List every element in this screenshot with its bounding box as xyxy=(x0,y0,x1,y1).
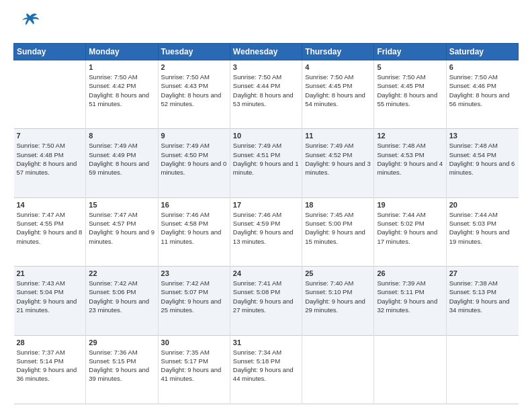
daylight: Daylight: 8 hours and 57 minutes. xyxy=(17,160,77,176)
day-info: Sunrise: 7:49 AM Sunset: 4:49 PM Dayligh… xyxy=(89,141,154,177)
daylight: Daylight: 9 hours and 13 minutes. xyxy=(233,228,294,244)
day-number: 6 xyxy=(449,63,516,71)
day-info: Sunrise: 7:42 AM Sunset: 5:06 PM Dayligh… xyxy=(89,279,154,314)
calendar-cell: 16 Sunrise: 7:46 AM Sunset: 4:58 PM Dayl… xyxy=(158,197,230,266)
day-info: Sunrise: 7:39 AM Sunset: 5:11 PM Dayligh… xyxy=(377,279,443,314)
sunset: Sunset: 5:07 PM xyxy=(161,288,208,295)
sunrise: Sunrise: 7:39 AM xyxy=(377,279,425,287)
day-number: 20 xyxy=(449,201,516,209)
sunset: Sunset: 5:08 PM xyxy=(233,288,280,295)
calendar-weekday-saturday: Saturday xyxy=(446,44,518,60)
sunset: Sunset: 4:58 PM xyxy=(161,220,208,227)
calendar-cell: 19 Sunrise: 7:44 AM Sunset: 5:02 PM Dayl… xyxy=(374,197,446,266)
day-number: 7 xyxy=(17,132,83,140)
sunset: Sunset: 4:50 PM xyxy=(161,151,208,158)
calendar-cell xyxy=(374,335,446,404)
calendar-weekday-sunday: Sunday xyxy=(14,44,86,60)
calendar-cell: 24 Sunrise: 7:41 AM Sunset: 5:08 PM Dayl… xyxy=(230,267,302,335)
day-number: 1 xyxy=(89,63,154,71)
day-info: Sunrise: 7:50 AM Sunset: 4:45 PM Dayligh… xyxy=(377,73,443,108)
sunrise: Sunrise: 7:35 AM xyxy=(161,349,210,356)
sunrise: Sunrise: 7:48 AM xyxy=(449,142,498,149)
sunrise: Sunrise: 7:47 AM xyxy=(17,211,65,218)
sunrise: Sunrise: 7:50 AM xyxy=(17,142,65,149)
day-info: Sunrise: 7:49 AM Sunset: 4:50 PM Dayligh… xyxy=(161,141,227,177)
day-number: 13 xyxy=(449,132,516,140)
sunset: Sunset: 5:13 PM xyxy=(449,288,496,295)
day-number: 3 xyxy=(233,63,299,71)
daylight: Daylight: 8 hours and 59 minutes. xyxy=(89,160,149,176)
calendar-cell: 21 Sunrise: 7:43 AM Sunset: 5:04 PM Dayl… xyxy=(14,267,86,335)
daylight: Daylight: 9 hours and 27 minutes. xyxy=(233,298,294,314)
sunset: Sunset: 4:52 PM xyxy=(305,151,352,158)
header xyxy=(13,11,519,38)
calendar-weekday-thursday: Thursday xyxy=(302,44,374,60)
day-info: Sunrise: 7:46 AM Sunset: 4:59 PM Dayligh… xyxy=(233,210,299,246)
sunset: Sunset: 5:11 PM xyxy=(377,288,424,295)
daylight: Daylight: 9 hours and 36 minutes. xyxy=(17,366,77,382)
calendar-cell: 28 Sunrise: 7:37 AM Sunset: 5:14 PM Dayl… xyxy=(14,335,86,404)
daylight: Daylight: 9 hours and 11 minutes. xyxy=(161,228,222,244)
daylight: Daylight: 9 hours and 6 minutes. xyxy=(449,160,515,176)
sunset: Sunset: 5:00 PM xyxy=(305,220,352,227)
day-info: Sunrise: 7:38 AM Sunset: 5:13 PM Dayligh… xyxy=(449,279,516,314)
sunrise: Sunrise: 7:42 AM xyxy=(89,279,137,287)
daylight: Daylight: 9 hours and 29 minutes. xyxy=(305,298,365,314)
day-number: 27 xyxy=(449,269,516,277)
calendar-cell: 7 Sunrise: 7:50 AM Sunset: 4:48 PM Dayli… xyxy=(14,129,86,197)
daylight: Daylight: 9 hours and 9 minutes. xyxy=(89,228,154,244)
sunrise: Sunrise: 7:50 AM xyxy=(449,73,498,81)
page: SundayMondayTuesdayWednesdayThursdayFrid… xyxy=(0,0,532,411)
calendar-weekday-tuesday: Tuesday xyxy=(158,44,230,60)
sunrise: Sunrise: 7:48 AM xyxy=(377,142,425,149)
day-info: Sunrise: 7:40 AM Sunset: 5:10 PM Dayligh… xyxy=(305,279,371,314)
sunrise: Sunrise: 7:46 AM xyxy=(233,211,281,218)
calendar-cell xyxy=(14,60,86,129)
sunrise: Sunrise: 7:50 AM xyxy=(377,73,425,81)
day-info: Sunrise: 7:48 AM Sunset: 4:53 PM Dayligh… xyxy=(377,141,443,177)
daylight: Daylight: 9 hours and 32 minutes. xyxy=(377,298,437,314)
sunrise: Sunrise: 7:43 AM xyxy=(17,279,65,287)
calendar-cell: 23 Sunrise: 7:42 AM Sunset: 5:07 PM Dayl… xyxy=(158,267,230,335)
day-number: 21 xyxy=(17,269,83,277)
daylight: Daylight: 9 hours and 41 minutes. xyxy=(161,366,222,382)
day-info: Sunrise: 7:50 AM Sunset: 4:44 PM Dayligh… xyxy=(233,73,299,108)
calendar-cell: 17 Sunrise: 7:46 AM Sunset: 4:59 PM Dayl… xyxy=(230,197,302,266)
calendar-week-row: 1 Sunrise: 7:50 AM Sunset: 4:42 PM Dayli… xyxy=(14,60,519,129)
day-number: 28 xyxy=(17,338,83,347)
sunrise: Sunrise: 7:37 AM xyxy=(17,349,65,356)
daylight: Daylight: 8 hours and 51 minutes. xyxy=(89,91,149,107)
daylight: Daylight: 9 hours and 19 minutes. xyxy=(449,228,510,244)
day-number: 8 xyxy=(89,132,154,140)
day-number: 14 xyxy=(17,201,83,209)
calendar-cell: 6 Sunrise: 7:50 AM Sunset: 4:46 PM Dayli… xyxy=(446,60,518,129)
logo xyxy=(13,11,50,38)
day-number: 4 xyxy=(305,63,371,71)
day-info: Sunrise: 7:46 AM Sunset: 4:58 PM Dayligh… xyxy=(161,210,227,246)
daylight: Daylight: 9 hours and 4 minutes. xyxy=(377,160,443,176)
day-info: Sunrise: 7:49 AM Sunset: 4:51 PM Dayligh… xyxy=(233,141,299,177)
sunrise: Sunrise: 7:40 AM xyxy=(305,279,353,287)
calendar-cell: 13 Sunrise: 7:48 AM Sunset: 4:54 PM Dayl… xyxy=(446,129,518,197)
daylight: Daylight: 9 hours and 21 minutes. xyxy=(17,298,77,314)
sunset: Sunset: 5:03 PM xyxy=(449,220,496,227)
day-number: 24 xyxy=(233,269,299,277)
sunrise: Sunrise: 7:49 AM xyxy=(305,142,353,149)
calendar-week-row: 14 Sunrise: 7:47 AM Sunset: 4:55 PM Dayl… xyxy=(14,197,519,266)
sunset: Sunset: 4:54 PM xyxy=(449,151,496,158)
day-number: 19 xyxy=(377,201,443,209)
day-number: 15 xyxy=(89,201,154,209)
daylight: Daylight: 9 hours and 15 minutes. xyxy=(305,228,365,244)
calendar-week-row: 7 Sunrise: 7:50 AM Sunset: 4:48 PM Dayli… xyxy=(14,129,519,197)
calendar-cell: 11 Sunrise: 7:49 AM Sunset: 4:52 PM Dayl… xyxy=(302,129,374,197)
calendar-cell: 25 Sunrise: 7:40 AM Sunset: 5:10 PM Dayl… xyxy=(302,267,374,335)
calendar-week-row: 28 Sunrise: 7:37 AM Sunset: 5:14 PM Dayl… xyxy=(14,335,519,404)
calendar-cell: 5 Sunrise: 7:50 AM Sunset: 4:45 PM Dayli… xyxy=(374,60,446,129)
sunrise: Sunrise: 7:38 AM xyxy=(449,279,498,287)
sunset: Sunset: 5:04 PM xyxy=(17,288,64,295)
day-info: Sunrise: 7:44 AM Sunset: 5:02 PM Dayligh… xyxy=(377,210,443,246)
day-number: 23 xyxy=(161,269,227,277)
daylight: Daylight: 9 hours and 44 minutes. xyxy=(233,366,294,382)
sunrise: Sunrise: 7:50 AM xyxy=(161,73,210,81)
day-info: Sunrise: 7:35 AM Sunset: 5:17 PM Dayligh… xyxy=(161,348,227,383)
